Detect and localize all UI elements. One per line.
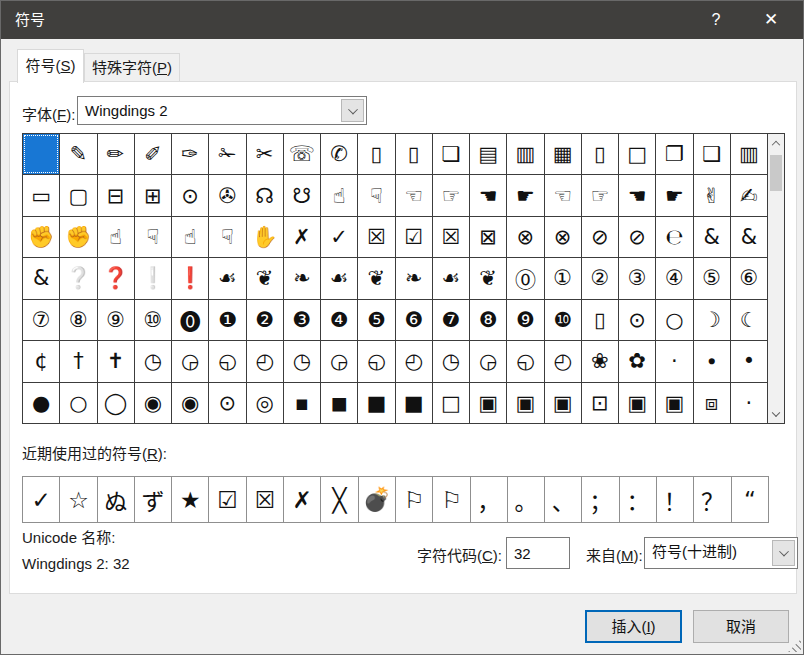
symbol-cell[interactable]: ❧	[396, 258, 432, 298]
symbol-cell[interactable]: ◴	[247, 341, 283, 381]
symbol-grid-scrollbar[interactable]	[767, 134, 784, 423]
symbol-cell[interactable]: ◉	[172, 383, 208, 423]
symbol-cell[interactable]: ⊡	[582, 383, 618, 423]
titlebar[interactable]: 符号 ? ✕	[1, 1, 803, 39]
recent-symbol-cell[interactable]: ╳	[321, 477, 357, 522]
symbol-cell[interactable]: ◎	[247, 383, 283, 423]
from-combobox[interactable]: 符号(十进制)	[644, 537, 798, 569]
symbol-cell[interactable]: ❾	[507, 300, 543, 340]
symbol-cell[interactable]: ❓	[98, 258, 134, 298]
symbol-cell[interactable]: ◵	[358, 341, 394, 381]
font-combobox[interactable]: Wingdings 2	[77, 96, 367, 125]
symbol-cell[interactable]: ▯	[396, 134, 432, 174]
symbol-cell[interactable]: ℮	[656, 217, 692, 257]
recent-symbol-cell[interactable]: ，	[471, 477, 507, 522]
symbol-cell[interactable]: ∙	[694, 341, 730, 381]
symbol-cell[interactable]: ❐	[656, 134, 692, 174]
recent-symbol-cell[interactable]: “	[732, 477, 768, 522]
resize-grip[interactable]	[788, 639, 801, 652]
symbol-cell[interactable]: ▭	[23, 175, 59, 215]
symbol-cell[interactable]	[23, 134, 59, 174]
symbol-cell[interactable]: ❗	[172, 258, 208, 298]
symbol-cell[interactable]: ☜	[396, 175, 432, 215]
symbol-cell[interactable]: ☾	[731, 300, 767, 340]
symbol-cell[interactable]: ◴	[545, 341, 581, 381]
recent-symbol-cell[interactable]: ？	[694, 477, 730, 522]
symbol-cell[interactable]: ✊	[23, 217, 59, 257]
symbol-cell[interactable]: ■	[396, 383, 432, 423]
scroll-down-button[interactable]	[768, 404, 784, 423]
symbol-cell[interactable]: ⑥	[731, 258, 767, 298]
symbol-cell[interactable]: ⊗	[545, 217, 581, 257]
symbol-cell[interactable]: ☽	[694, 300, 730, 340]
symbol-cell[interactable]: ❦	[247, 258, 283, 298]
symbol-cell[interactable]: ☒	[433, 217, 469, 257]
recent-symbol-cell[interactable]: 、	[545, 477, 581, 522]
symbol-cell[interactable]: ⓿	[172, 300, 208, 340]
symbol-cell[interactable]: ⑩	[135, 300, 171, 340]
recent-symbol-cell[interactable]: ☆	[60, 477, 96, 522]
symbol-cell[interactable]: ☙	[321, 258, 357, 298]
symbol-cell[interactable]: ☟	[209, 217, 245, 257]
symbol-cell[interactable]: ✎	[60, 134, 96, 174]
symbol-cell[interactable]: ☒	[358, 217, 394, 257]
symbol-cell[interactable]: ✂	[247, 134, 283, 174]
symbol-cell[interactable]: ·	[656, 341, 692, 381]
symbol-cell[interactable]: ◷	[284, 341, 320, 381]
symbol-cell[interactable]: ✆	[321, 134, 357, 174]
symbol-cell[interactable]: ❦	[358, 258, 394, 298]
symbol-cell[interactable]: ▣	[656, 383, 692, 423]
help-button[interactable]: ?	[693, 1, 739, 39]
symbol-cell[interactable]: ▯	[582, 134, 618, 174]
symbol-cell[interactable]: ▣	[470, 383, 506, 423]
symbol-cell[interactable]: •	[731, 341, 767, 381]
font-dropdown-button[interactable]	[341, 99, 364, 122]
symbol-cell[interactable]: ❶	[209, 300, 245, 340]
symbol-cell[interactable]: ◼	[321, 383, 357, 423]
symbol-cell[interactable]: ✌	[694, 175, 730, 215]
symbol-cell[interactable]: ❽	[470, 300, 506, 340]
symbol-cell[interactable]: ☋	[284, 175, 320, 215]
symbol-cell[interactable]: &	[731, 217, 767, 257]
close-button[interactable]: ✕	[748, 1, 794, 39]
symbol-cell[interactable]: ✏	[98, 134, 134, 174]
symbol-cell[interactable]: ❿	[545, 300, 581, 340]
symbol-cell[interactable]: ❻	[396, 300, 432, 340]
symbol-cell[interactable]: ⊗	[507, 217, 543, 257]
symbol-cell[interactable]: □	[433, 383, 469, 423]
symbol-cell[interactable]: ☑	[396, 217, 432, 257]
symbol-cell[interactable]: ☟	[358, 175, 394, 215]
recent-symbol-cell[interactable]: ✗	[284, 477, 320, 522]
scroll-thumb[interactable]	[770, 155, 782, 191]
symbol-cell[interactable]: ❀	[582, 341, 618, 381]
symbol-cell[interactable]: ⊞	[135, 175, 171, 215]
symbol-cell[interactable]: ⊙	[172, 175, 208, 215]
tab-special-chars[interactable]: 特殊字符(P)	[84, 53, 180, 82]
symbol-cell[interactable]: ❸	[284, 300, 320, 340]
symbol-cell[interactable]: ☛	[507, 175, 543, 215]
symbol-cell[interactable]: ❷	[247, 300, 283, 340]
symbol-cell[interactable]: ◶	[470, 341, 506, 381]
symbol-cell[interactable]: ✋	[247, 217, 283, 257]
symbol-cell[interactable]: ✐	[135, 134, 171, 174]
recent-symbol-cell[interactable]: ☑	[209, 477, 245, 522]
recent-symbol-cell[interactable]: ☒	[247, 477, 283, 522]
symbol-cell[interactable]: ◴	[396, 341, 432, 381]
symbol-cell[interactable]: ☟	[135, 217, 171, 257]
symbol-cell[interactable]: ▥	[507, 134, 543, 174]
symbol-cell[interactable]: ⧈	[694, 383, 730, 423]
symbol-cell[interactable]: ⑦	[23, 300, 59, 340]
symbol-cell[interactable]: ☝	[172, 217, 208, 257]
char-code-input[interactable]	[506, 537, 570, 569]
symbol-cell[interactable]: ⊘	[582, 217, 618, 257]
symbol-cell[interactable]: ☛	[656, 175, 692, 215]
scroll-up-button[interactable]	[768, 134, 784, 153]
symbol-cell[interactable]: ✿	[619, 341, 655, 381]
symbol-cell[interactable]: ⑤	[694, 258, 730, 298]
symbol-cell[interactable]: ✓	[321, 217, 357, 257]
symbol-cell[interactable]: ▪	[284, 383, 320, 423]
symbol-cell[interactable]: ◷	[135, 341, 171, 381]
symbol-cell[interactable]: ☝	[98, 217, 134, 257]
symbol-cell[interactable]: ⊠	[470, 217, 506, 257]
symbol-cell[interactable]: ❕	[135, 258, 171, 298]
